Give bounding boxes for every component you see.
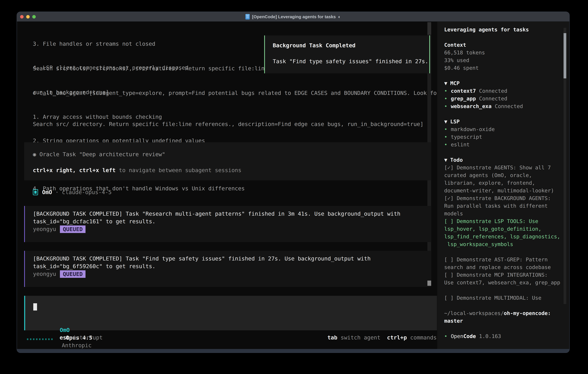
status-badge: QUEUED	[60, 226, 85, 233]
mcp-item: •websearch_exaConnected	[444, 102, 570, 110]
prompt-input[interactable]: OmO Opus 4.5 Anthropic	[24, 296, 437, 330]
context-tokens: 66,518 tokens	[444, 49, 570, 56]
window-title: [OpenCode] Leveraging agents for tasks	[252, 14, 336, 19]
status-dot-icon: •	[444, 142, 447, 147]
status-dot-icon: •	[444, 96, 447, 102]
todo-line: librarian, explore, frontend,	[444, 179, 570, 187]
background-task-notification: Background Task Completed Task "Find typ…	[264, 35, 430, 73]
lsp-item: •typescript	[444, 133, 570, 141]
status-bar: esc interrupt tab switch agent ctrl+p co…	[17, 334, 437, 342]
context-spent: $0.46 spent	[444, 64, 570, 72]
mcp-item: •grep_appConnected	[444, 95, 570, 102]
workspace-path: ~/local-workspaces/oh-my-opencode:	[444, 309, 570, 317]
separator-dot: ·	[52, 189, 62, 195]
notification-body: Task "Find type safety issues" finished …	[273, 57, 428, 65]
interrupt-hint: esc interrupt	[60, 334, 103, 342]
ctrlp-key-label: ctrl+p	[387, 334, 407, 341]
todo-line: [ ] Demonstrate MULTIMODAL: Use	[444, 294, 570, 302]
workspace-branch: master	[444, 317, 570, 325]
app-version-row: •OpenCode1.0.163	[444, 332, 570, 340]
todo-section-header[interactable]: ▼Todo	[444, 156, 570, 164]
session-sidebar: Leveraging agents for tasks Context 66,5…	[437, 22, 570, 350]
context-used: 33% used	[444, 56, 570, 64]
todo-line: search and replace across codebase	[444, 263, 570, 271]
sidebar-scrollbar-thumb[interactable]	[564, 33, 566, 78]
terminal-window: [OpenCode] Leveraging agents for tasks ◐…	[17, 11, 570, 353]
todo-line: [✓] Demonstrate BACKGROUND AGENTS:	[444, 194, 570, 202]
document-icon	[245, 14, 250, 20]
status-dot-icon: •	[444, 126, 447, 132]
window-bottom-edge	[17, 349, 569, 353]
chevron-down-icon: ▼	[444, 157, 447, 163]
shortcut-hints: tab switch agent ctrl+p commands	[327, 334, 437, 342]
agent-session-header[interactable]: OmO · claude-opus-4-5	[33, 188, 112, 196]
main-scrollbar-thumb[interactable]	[427, 280, 431, 286]
todo-line: models	[444, 210, 570, 217]
todo-line-active: lsp_hover, lsp_goto_definition,	[444, 225, 570, 233]
task-message-line: [BACKGROUND TASK COMPLETED] Task "Resear…	[33, 210, 431, 218]
todo-line: [ ] Demonstrate AST-GREP: Pattern	[444, 256, 570, 263]
window-title-area: [OpenCode] Leveraging agents for tasks ◐	[17, 12, 569, 22]
task-message-line: task_id="bg_dcfac161" to get results.	[33, 218, 431, 225]
agent-name: OmO	[42, 189, 52, 195]
status-dot-icon: •	[444, 333, 447, 339]
esc-key-label: esc	[60, 334, 70, 341]
todo-line: Run parallel tasks with different	[444, 202, 570, 210]
task-author: yeongyu	[33, 270, 56, 278]
todo-line: [ ] Demonstrate MCP INTEGRATIONS:	[444, 271, 570, 279]
task-message-line: [BACKGROUND TASK COMPLETED] Task "Find t…	[33, 255, 431, 262]
task-message-meta: yeongyu QUEUED	[33, 270, 431, 278]
status-badge: QUEUED	[60, 270, 85, 278]
text-cursor	[33, 303, 37, 311]
oracle-task-panel: ◉ Oracle Task "Deep architecture review"…	[24, 142, 431, 180]
todo-line-active: lsp_find_references, lsp_diagnostics,	[444, 233, 570, 240]
oracle-task-hint: ctrl+x right, ctrl+x left to navigate be…	[33, 166, 241, 174]
record-icon: ◉	[33, 151, 36, 157]
tab-key-label: tab	[327, 334, 337, 341]
provider-label: Anthropic	[62, 342, 92, 349]
context-heading: Context	[444, 41, 570, 49]
main-scrollbar-top-segment	[427, 22, 431, 35]
task-author: yeongyu	[33, 225, 56, 233]
oracle-task-title: ◉ Oracle Task "Deep architecture review"	[33, 150, 165, 158]
tool-call-item: 1. Array access without bounds checking	[33, 113, 440, 121]
lsp-section-header[interactable]: ▼LSP	[444, 118, 570, 125]
todo-line: document-writer, multimodal-looker)	[444, 187, 570, 194]
chevron-down-icon: ▼	[444, 80, 447, 86]
status-dot-icon: •	[444, 88, 447, 94]
tool-call-header: ⚙ call_omo_agent [subagent_type=explore,…	[33, 89, 440, 97]
chevron-down-icon: ▼	[444, 119, 447, 125]
todo-line: curated agents (OmO, oracle,	[444, 171, 570, 179]
notification-title: Background Task Completed	[273, 42, 356, 50]
todo-line: [✓] Demonstrate AGENTS: Show all 7	[444, 164, 570, 171]
gear-icon: ⚙	[33, 90, 36, 96]
window-titlebar: [OpenCode] Leveraging agents for tasks ◐	[17, 12, 569, 22]
scrollback-line: Search src/tools/, src/hooks/, src/featu…	[33, 64, 268, 73]
scrollback-line: 3. File handles or streams not closed	[33, 40, 188, 48]
todo-line-active: [ ] Demonstrate LSP TOOLS: Use	[444, 217, 570, 225]
background-task-message: [BACKGROUND TASK COMPLETED] Task "Find t…	[24, 251, 431, 287]
agent-icon	[33, 189, 38, 195]
task-message-line: task_id="bg_6f59260c" to get results.	[33, 262, 431, 270]
chat-pane: 3. File handles or streams not closed 4.…	[17, 22, 437, 350]
tool-call-footer: Search src/ directory. Return specific f…	[33, 120, 423, 128]
todo-line-active: lsp_workspace_symbols	[444, 240, 570, 248]
session-state-icon: ◐	[338, 14, 341, 20]
lsp-item: •eslint	[444, 141, 570, 148]
agent-model: claude-opus-4-5	[62, 189, 112, 195]
background-task-message: [BACKGROUND TASK COMPLETED] Task "Resear…	[24, 206, 431, 242]
keyboard-shortcut: ctrl+x right, ctrl+x left	[33, 167, 116, 173]
session-title: Leveraging agents for tasks	[444, 26, 570, 33]
status-dot-icon: •	[444, 134, 447, 140]
active-agent-label: OmO	[60, 327, 70, 333]
spinner-dots-icon	[27, 338, 53, 340]
status-dot-icon: •	[444, 103, 447, 109]
mcp-section-header[interactable]: ▼MCP	[444, 79, 570, 87]
lsp-item: •markdown-oxide	[444, 125, 570, 133]
todo-line: Use context7, websearch_exa, grep_app	[444, 279, 570, 286]
mcp-item: •context7Connected	[444, 87, 570, 95]
task-message-meta: yeongyu QUEUED	[33, 225, 431, 233]
